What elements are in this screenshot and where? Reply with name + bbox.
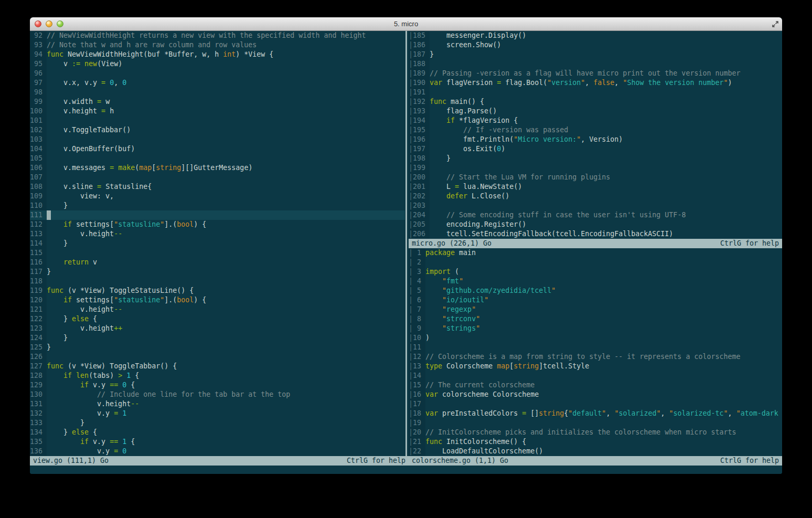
code-line[interactable]: |198 } (409, 154, 782, 163)
code-line[interactable]: |18 var preInstalledColors = []string{"d… (409, 409, 782, 418)
command-line[interactable] (30, 466, 782, 474)
code-line[interactable]: 96 (30, 69, 405, 78)
code-line[interactable]: |200 // Start the Lua VM for running plu… (409, 173, 782, 182)
code-line[interactable]: 109 view: v, (30, 192, 405, 201)
code-line[interactable]: 115 (30, 248, 405, 258)
code-line[interactable]: |12 // Colorscheme is a map from string … (409, 352, 782, 362)
code-line[interactable]: 94 func NewViewWidthHeight(buf *Buffer, … (30, 50, 405, 59)
code-line[interactable]: 93 // Note that w and h are raw column a… (30, 40, 405, 50)
resize-icon[interactable] (771, 20, 779, 28)
code-line[interactable]: 104 v.OpenBuffer(buf) (30, 144, 405, 154)
code-line[interactable]: 133 } (30, 418, 405, 428)
code-line[interactable]: | 2 (409, 258, 782, 267)
code-line[interactable]: 92 // NewViewWidthHeight returns a new v… (30, 31, 405, 40)
vertical-split-divider[interactable] (405, 31, 409, 456)
code-line[interactable]: 118 (30, 277, 405, 286)
code-line[interactable]: 114 } (30, 239, 405, 248)
code-line[interactable]: | 6 "io/ioutil" (409, 295, 782, 305)
code-line[interactable]: |194 if *flagVersion { (409, 116, 782, 125)
code-line[interactable]: 112 if settings["statusline"].(bool) { (30, 220, 405, 229)
code-line[interactable]: | 1 package main (409, 248, 782, 258)
code-line[interactable]: |191 (409, 88, 782, 97)
code-line[interactable]: 111 (30, 210, 405, 220)
code-line[interactable]: 119 func (v *View) ToggleStatusLine() { (30, 286, 405, 295)
code-line[interactable]: 107 (30, 173, 405, 182)
code-line[interactable]: 110 } (30, 201, 405, 210)
code-line[interactable]: 100 v.height = h (30, 107, 405, 116)
code-line[interactable]: 125 } (30, 343, 405, 352)
code-line[interactable]: | 3 import ( (409, 267, 782, 277)
code-line[interactable]: 126 (30, 352, 405, 362)
code-line[interactable]: |188 (409, 59, 782, 69)
code-line[interactable]: |205 encoding.Register() (409, 220, 782, 229)
code-line[interactable]: 98 (30, 88, 405, 97)
code-line[interactable]: |192 func main() { (409, 97, 782, 107)
code-line[interactable]: 102 v.ToggleTabbar() (30, 125, 405, 135)
code-line[interactable]: 108 v.sline = Statusline{ (30, 182, 405, 192)
line-gutter: 121 (30, 305, 47, 314)
code-line[interactable]: |19 (409, 418, 782, 428)
editor-pane-micro-go[interactable]: |185 messenger.Display()|186 screen.Show… (409, 31, 782, 239)
line-gutter: |192 (409, 97, 430, 107)
code-line[interactable]: |14 (409, 371, 782, 380)
code-line[interactable]: 95 v := new(View) (30, 59, 405, 69)
code-line[interactable]: | 4 "fmt" (409, 277, 782, 286)
code-line[interactable]: |10 ) (409, 333, 782, 343)
code-line[interactable]: |189 // Passing -version as a flag will … (409, 69, 782, 78)
code-line[interactable]: |185 messenger.Display() (409, 31, 782, 40)
code-line[interactable]: 130 // Include one line for the tab bar … (30, 390, 405, 399)
window-titlebar[interactable]: 5. micro (30, 17, 782, 31)
code-line[interactable]: 97 v.x, v.y = 0, 0 (30, 78, 405, 88)
code-line[interactable]: 106 v.messages = make(map[string][]Gutte… (30, 163, 405, 173)
code-line[interactable]: |22 LoadDefaultColorscheme() (409, 447, 782, 456)
code-text (425, 418, 782, 428)
code-line[interactable]: 131 v.height-- (30, 399, 405, 409)
code-line[interactable]: 117 } (30, 267, 405, 277)
code-line[interactable]: 122 } else { (30, 314, 405, 324)
code-line[interactable]: |20 // InitColorscheme picks and initial… (409, 428, 782, 437)
code-line[interactable]: |201 L = lua.NewState() (409, 182, 782, 192)
code-line[interactable]: 132 v.y = 1 (30, 409, 405, 418)
editor-pane-colorscheme-go[interactable]: | 1 package main| 2 | 3 import (| 4 "fmt… (409, 248, 782, 456)
code-line[interactable]: |21 func InitColorscheme() { (409, 437, 782, 447)
code-line[interactable]: 124 } (30, 333, 405, 343)
code-line[interactable]: |203 (409, 201, 782, 210)
code-line[interactable]: |190 var flagVersion = flag.Bool("versio… (409, 78, 782, 88)
code-line[interactable]: | 7 "regexp" (409, 305, 782, 314)
code-line[interactable]: | 9 "strings" (409, 324, 782, 333)
editor-pane-view-go[interactable]: 92 // NewViewWidthHeight returns a new v… (30, 31, 405, 456)
code-line[interactable]: 127 func (v *View) ToggleTabbar() { (30, 362, 405, 371)
code-line[interactable]: 99 v.width = w (30, 97, 405, 107)
code-line[interactable]: 113 v.height-- (30, 229, 405, 239)
code-line[interactable]: |197 os.Exit(0) (409, 144, 782, 154)
code-line[interactable]: |202 defer L.Close() (409, 192, 782, 201)
code-line[interactable]: 123 v.height++ (30, 324, 405, 333)
code-line[interactable]: |199 (409, 163, 782, 173)
code-line[interactable]: |193 flag.Parse() (409, 107, 782, 116)
code-line[interactable]: |15 // The current colorscheme (409, 380, 782, 390)
code-line[interactable]: |186 screen.Show() (409, 40, 782, 50)
code-line[interactable]: 136 v.y = 0 (30, 447, 405, 456)
code-line[interactable]: | 5 "github.com/zyedidia/tcell" (409, 286, 782, 295)
code-line[interactable]: 103 (30, 135, 405, 144)
code-line[interactable]: 134 } else { (30, 428, 405, 437)
code-line[interactable]: |17 (409, 399, 782, 409)
code-line[interactable]: 116 return v (30, 258, 405, 267)
code-line[interactable]: 120 if settings["statusline"].(bool) { (30, 295, 405, 305)
code-line[interactable]: |206 tcell.SetEncodingFallback(tcell.Enc… (409, 229, 782, 239)
code-line[interactable]: 129 if v.y == 0 { (30, 380, 405, 390)
code-line[interactable]: |16 var colorscheme Colorscheme (409, 390, 782, 399)
code-line[interactable]: |204 // Some encoding stuff in case the … (409, 210, 782, 220)
code-line[interactable]: 128 if len(tabs) > 1 { (30, 371, 405, 380)
code-line[interactable]: |195 // If -version was passed (409, 125, 782, 135)
code-line[interactable]: |11 (409, 343, 782, 352)
code-line[interactable]: 135 if v.y == 1 { (30, 437, 405, 447)
code-line[interactable]: |187 } (409, 50, 782, 59)
line-number: 127 (30, 362, 47, 370)
code-line[interactable]: | 8 "strconv" (409, 314, 782, 324)
code-line[interactable]: 121 v.height-- (30, 305, 405, 314)
code-line[interactable]: |196 fmt.Println("Micro version:", Versi… (409, 135, 782, 144)
code-line[interactable]: 105 (30, 154, 405, 163)
code-line[interactable]: 101 (30, 116, 405, 125)
code-line[interactable]: |13 type Colorscheme map[string]tcell.St… (409, 362, 782, 371)
